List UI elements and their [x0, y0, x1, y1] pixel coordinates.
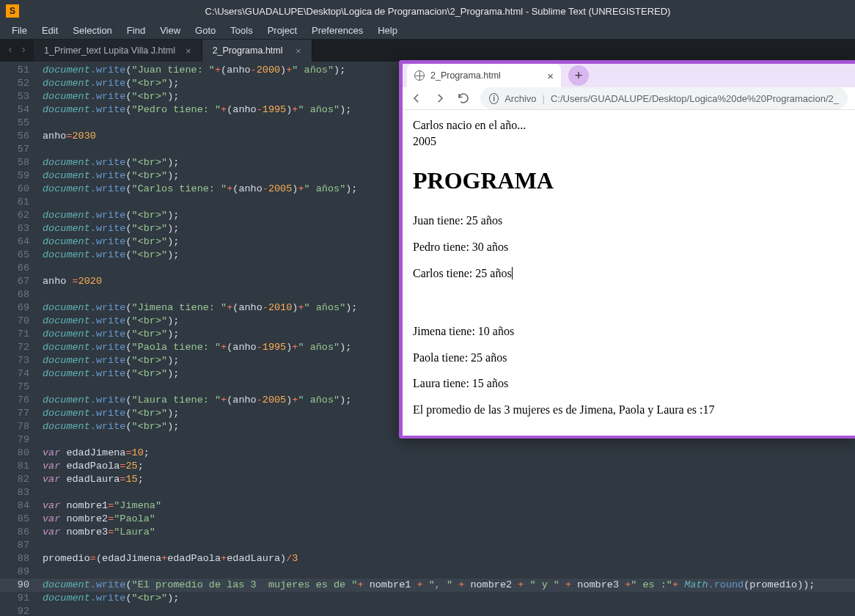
menu-file[interactable]: File [4, 23, 34, 38]
browser-tabstrip: 2_Programa.html × + [403, 64, 855, 87]
page-text: Carlos nacio en el año... [413, 117, 845, 133]
info-icon: i [489, 93, 499, 104]
tab-label: 1_Primer_text Lupita Villa J.html [44, 45, 175, 56]
menu-edit[interactable]: Edit [34, 23, 65, 38]
line-gutter: 5152535455565758596061626364656667686970… [0, 62, 37, 616]
chrome-window: 2_Programa.html × + i Archivo | C:/Users… [399, 60, 855, 439]
page-text: Laura tiene: 15 años [413, 375, 845, 392]
back-button[interactable] [410, 92, 423, 105]
window-title: C:\Users\GUADALUPE\Desktop\Logica de Pro… [26, 6, 849, 17]
new-tab-button[interactable]: + [568, 65, 589, 86]
menu-view[interactable]: View [153, 23, 188, 38]
address-bar[interactable]: i Archivo | C:/Users/GUADALUPE/Desktop/L… [480, 87, 848, 109]
menu-find[interactable]: Find [120, 23, 153, 38]
menu-goto[interactable]: Goto [188, 23, 223, 38]
url-path: C:/Users/GUADALUPE/Desktop/Logica%20de%2… [551, 93, 839, 104]
menu-selection[interactable]: Selection [65, 23, 119, 38]
url-scheme: Archivo [504, 93, 536, 104]
tab-forward-icon[interactable] [19, 45, 28, 56]
page-text: Jimena tiene: 10 años [413, 323, 845, 340]
tab-label: 2_Programa.html [213, 45, 283, 56]
app-logo-icon: S [6, 4, 19, 18]
close-icon[interactable]: × [547, 70, 554, 82]
browser-tab-title: 2_Programa.html [430, 70, 501, 81]
reload-button[interactable] [457, 92, 470, 105]
menu-preferences[interactable]: Preferences [304, 23, 370, 38]
menu-help[interactable]: Help [370, 23, 405, 38]
globe-icon [414, 70, 425, 81]
page-text: 2005 [413, 133, 845, 150]
tabbar: 1_Primer_text Lupita Villa J.html × 2_Pr… [0, 40, 855, 62]
browser-viewport: Carlos nacio en el año... 2005 PROGRAMA … [403, 110, 855, 436]
menu-project[interactable]: Project [260, 23, 304, 38]
page-text: Carlos tiene: 25 años [413, 265, 845, 282]
page-text: El promedio de las 3 mujeres es de Jimen… [413, 402, 845, 418]
menubar: File Edit Selection Find View Goto Tools… [0, 22, 855, 40]
browser-toolbar: i Archivo | C:/Users/GUADALUPE/Desktop/L… [403, 87, 855, 110]
forward-button[interactable] [433, 92, 447, 105]
browser-tab[interactable]: 2_Programa.html × [407, 64, 561, 87]
close-icon[interactable]: × [175, 45, 191, 56]
tab-file-1[interactable]: 1_Primer_text Lupita Villa J.html × [34, 40, 202, 62]
tab-nav [4, 40, 34, 62]
menu-tools[interactable]: Tools [223, 23, 260, 38]
page-text: Paola tiene: 25 años [413, 350, 845, 366]
page-text: Juan tiene: 25 años [413, 213, 845, 229]
window-titlebar: S C:\Users\GUADALUPE\Desktop\Logica de P… [0, 0, 855, 22]
page-text: Pedro tiene: 30 años [413, 239, 845, 255]
tab-file-2[interactable]: 2_Programa.html × [202, 40, 312, 62]
close-icon[interactable]: × [285, 45, 301, 56]
page-heading: PROGRAMA [413, 165, 845, 197]
tab-back-icon[interactable] [6, 45, 15, 56]
